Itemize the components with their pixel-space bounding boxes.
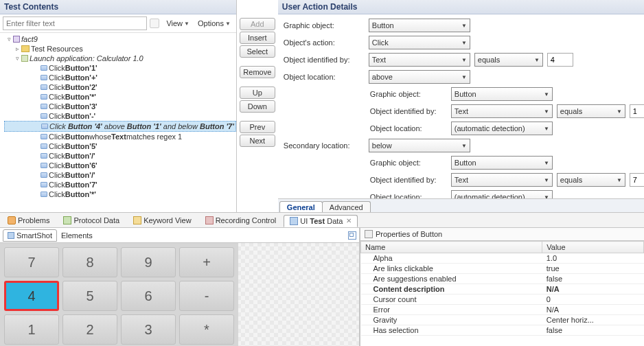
tab-protocol-data[interactable]: Protocol Data [57, 214, 126, 227]
insert-button[interactable]: Insert [240, 32, 275, 44]
property-row[interactable]: Has selectionfalse [361, 325, 644, 336]
tree-step[interactable]: Click Button '+' [4, 73, 236, 82]
remove-button[interactable]: Remove [240, 66, 275, 78]
step-icon [41, 94, 47, 100]
tab-smartshot[interactable]: SmartShot [3, 229, 57, 242]
keyword-icon [133, 216, 141, 224]
problems-icon [8, 216, 16, 224]
next-button[interactable]: Next [240, 135, 275, 147]
label-graphic-object: Graphic object: [284, 21, 365, 30]
step-icon [41, 192, 47, 197]
step-icon [41, 75, 47, 80]
label-object-location: Object location: [284, 73, 365, 81]
tree-root[interactable]: ▿fact9 [4, 34, 236, 44]
tab-general[interactable]: General [279, 201, 323, 212]
select-button[interactable]: Select [240, 45, 275, 58]
tree-step[interactable]: Click Button '-' [4, 111, 236, 121]
property-row[interactable]: GravityCenter horiz... [361, 315, 644, 325]
view-dropdown[interactable]: View▼ [163, 18, 192, 29]
tree-step[interactable]: Click Button '7' [4, 180, 236, 189]
input-sec-idval[interactable] [630, 173, 644, 187]
property-row[interactable]: Content descriptionN/A [361, 284, 644, 295]
label-objects-action: Object's action: [284, 38, 365, 47]
prev-button[interactable]: Prev [240, 121, 275, 133]
input-id-value[interactable] [547, 53, 573, 67]
calc-key-7[interactable]: 7 [4, 247, 59, 277]
tree-step[interactable]: Click Button '6' [4, 161, 236, 170]
tab-elements[interactable]: Elements [57, 230, 97, 241]
select-graphic-object[interactable]: Button▼ [369, 19, 470, 32]
filter-input[interactable] [3, 16, 147, 30]
select-sec-graphic[interactable]: Button▼ [451, 156, 553, 170]
step-icon [41, 65, 47, 71]
property-row[interactable]: Alpha1.0 [361, 253, 644, 264]
select-loc-idop[interactable]: equals▼ [557, 104, 625, 118]
properties-table[interactable]: NameValue Alpha1.0Are links clickabletru… [360, 241, 644, 346]
tab-ui-test-data[interactable]: UI Test Data✕ [284, 215, 358, 227]
calc-key-3[interactable]: 3 [121, 314, 176, 345]
calc-key-8[interactable]: 8 [62, 247, 117, 277]
col-value[interactable]: Value [542, 242, 644, 253]
protocol-icon [63, 216, 71, 224]
select-loc-graphic[interactable]: Button▼ [451, 87, 553, 101]
select-loc-idby[interactable]: Text▼ [451, 104, 553, 118]
options-dropdown[interactable]: Options▼ [195, 18, 233, 29]
tree-step[interactable]: Click Button '2' [4, 82, 236, 92]
property-row[interactable]: ErrorN/A [361, 305, 644, 315]
step-icon [41, 143, 47, 149]
tab-advanced[interactable]: Advanced [322, 201, 371, 212]
empty-area [238, 243, 359, 346]
calc-key-2[interactable]: 2 [62, 314, 117, 345]
select-identified-by[interactable]: Text▼ [369, 53, 470, 67]
select-sec-idby[interactable]: Text▼ [451, 173, 553, 187]
step-icon [41, 104, 47, 109]
step-icon [41, 134, 47, 139]
label-loc-objloc: Object location: [370, 124, 447, 132]
property-row[interactable]: Are suggestions enabledfalse [361, 274, 644, 284]
tree-launch[interactable]: ▿Launch application: Calculator 1.0 [4, 54, 236, 63]
tree-step[interactable]: Click Button '4' above Button '1' and be… [4, 121, 236, 132]
calc-key-9[interactable]: 9 [121, 247, 176, 277]
step-icon [41, 84, 47, 90]
select-object-location[interactable]: above▼ [369, 70, 470, 84]
tree-step[interactable]: Click Button '1' [4, 63, 236, 73]
calc-key-+[interactable]: + [179, 247, 234, 277]
app-icon [21, 55, 28, 62]
maximize-icon[interactable] [348, 231, 356, 240]
select-sec-objloc[interactable]: (automatic detection)▼ [451, 190, 553, 198]
input-loc-idval[interactable] [630, 104, 644, 118]
select-id-operator[interactable]: equals▼ [474, 53, 543, 67]
select-loc-objloc[interactable]: (automatic detection)▼ [451, 122, 553, 135]
property-row[interactable]: Are links clickabletrue [361, 264, 644, 274]
tree-step[interactable]: Click Button whose Text matches regex 1 [4, 132, 236, 141]
tab-recording-control[interactable]: Recording Control [199, 214, 283, 227]
select-sec-idop[interactable]: equals▼ [557, 173, 625, 187]
tree-step[interactable]: Click Button '/' [4, 151, 236, 161]
step-icon [41, 163, 47, 168]
test-tree[interactable]: ▿fact9 ▹Test Resources ▿Launch applicati… [0, 32, 236, 212]
calculator-keypad: 789+456-123* [0, 243, 238, 346]
calc-key-5[interactable]: 5 [62, 281, 117, 311]
col-name[interactable]: Name [361, 242, 542, 253]
close-icon[interactable]: ✕ [346, 217, 352, 224]
calc-key-6[interactable]: 6 [121, 281, 176, 311]
property-row[interactable]: Cursor count0 [361, 295, 644, 305]
up-button[interactable]: Up [240, 86, 275, 99]
clear-filter-icon[interactable] [150, 19, 159, 28]
down-button[interactable]: Down [240, 100, 275, 113]
tab-problems[interactable]: Problems [1, 214, 56, 227]
step-icon [41, 113, 47, 119]
tree-step[interactable]: Click Button '5' [4, 141, 236, 151]
calc-key-*[interactable]: * [179, 314, 234, 345]
calc-key-4[interactable]: 4 [4, 281, 59, 311]
calc-key-1[interactable]: 1 [4, 314, 59, 345]
tree-resources[interactable]: ▹Test Resources [4, 44, 236, 54]
select-objects-action[interactable]: Click▼ [369, 36, 470, 49]
calc-key--[interactable]: - [179, 281, 234, 311]
tree-step[interactable]: Click Button '3' [4, 102, 236, 111]
tree-step[interactable]: Click Button '*' [4, 189, 236, 199]
tree-step[interactable]: Click Button '*' [4, 92, 236, 102]
tree-step[interactable]: Click Button '/' [4, 170, 236, 180]
tab-keyword-view[interactable]: Keyword View [127, 214, 198, 227]
select-secondary-location[interactable]: below▼ [369, 139, 470, 152]
